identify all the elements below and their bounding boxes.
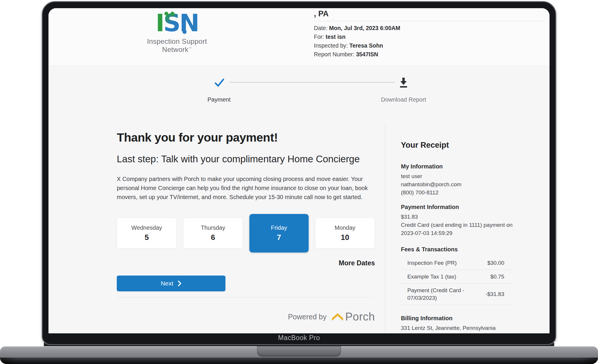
logo-dot-icon	[164, 12, 168, 15]
customer-email: nathantobin@porch.com	[401, 180, 514, 189]
payment-amount: $31.83	[401, 213, 514, 221]
next-button[interactable]: Next	[117, 276, 225, 291]
billing-address: 331 Lentz St, Jeannette, Pennsylvania	[401, 324, 514, 332]
fee-row-payment: Payment (Credit Card - 07/03/2023) -$31.…	[401, 284, 512, 305]
billing-information-heading: Billing Information	[401, 315, 550, 322]
step-label-download-report[interactable]: Download Report	[371, 96, 436, 103]
download-icon[interactable]	[398, 77, 409, 90]
laptop-base	[0, 346, 598, 358]
logo-letter-n: N	[179, 9, 198, 37]
meta-row-inspected-by: Inspected by: Teresa Sohn	[314, 41, 546, 50]
report-meta: , PA Date: Mon, Jul 3rd, 2023 6:00AM For…	[314, 9, 546, 59]
fees-transactions-heading: Fees & Transactions	[401, 246, 550, 253]
isn-tagline: Inspection Support Network™	[133, 37, 221, 54]
laptop-base-front-edge	[0, 358, 598, 364]
payment-method: Credit Card (card ending in 1111) paymen…	[401, 221, 514, 237]
date-card-monday-10[interactable]: Monday 10	[315, 218, 375, 249]
porch-logo: Porch	[331, 311, 375, 322]
property-title: , PA	[314, 9, 546, 21]
more-dates-link[interactable]: More Dates	[117, 259, 375, 267]
customer-name: test user	[401, 172, 514, 180]
macbook-pro-label: MacBook Pro	[43, 334, 555, 342]
powered-by-label: Powered by	[288, 313, 326, 321]
porch-chevron-icon	[331, 312, 344, 322]
meta-row-report-number: Report Number: 3547ISN	[314, 50, 546, 59]
section-divider	[117, 297, 373, 297]
my-information-lines: test user nathantobin@porch.com (800) 70…	[401, 172, 550, 197]
report-meta-rows: Date: Mon, Jul 3rd, 2023 6:00AM For: tes…	[314, 24, 546, 59]
fee-row-inspection-fee: Inspection Fee (PR) $30.00	[401, 256, 512, 270]
check-icon	[214, 78, 225, 89]
my-information-heading: My Information	[401, 163, 550, 170]
progress-connector-line	[230, 82, 395, 83]
laptop-lid-notch	[257, 346, 341, 357]
date-card-friday-7-selected[interactable]: Friday 7	[249, 214, 309, 252]
customer-phone: (800) 700-8112	[401, 189, 514, 197]
intro-paragraph: X Company partners with Porch to make yo…	[117, 175, 374, 202]
isn-logo-wordmark: ISN	[156, 11, 198, 36]
receipt-title: Your Receipt	[401, 141, 550, 150]
date-card-thursday-6[interactable]: Thursday 6	[183, 218, 243, 249]
receipt-panel: Your Receipt My Information test user na…	[385, 125, 550, 333]
meta-row-date: Date: Mon, Jul 3rd, 2023 6:00AM	[314, 24, 546, 32]
browser-viewport: ISN Inspection Support Network™ , PA Dat…	[48, 8, 550, 333]
payment-information-lines: $31.83 Credit Card (card ending in 1111)…	[401, 213, 550, 237]
page-subtitle: Last step: Talk with your complimentary …	[117, 154, 360, 165]
logo-dot-icon	[171, 12, 174, 15]
fees-table: Inspection Fee (PR) $30.00 Example Tax 1…	[401, 256, 512, 305]
logo-letter-i: I	[156, 9, 164, 37]
trademark-symbol: ™	[188, 46, 192, 50]
powered-by-porch: Powered by Porch	[117, 308, 375, 326]
porch-wordmark: Porch	[345, 311, 375, 322]
step-label-payment: Payment	[196, 96, 242, 103]
logo-dot-icon	[182, 30, 187, 34]
isn-logo: ISN Inspection Support Network™	[133, 11, 221, 54]
billing-information-lines: 331 Lentz St, Jeannette, Pennsylvania	[401, 324, 550, 332]
laptop-screen-bezel: ISN Inspection Support Network™ , PA Dat…	[42, 1, 556, 345]
page-title: Thank you for your payment!	[117, 131, 278, 144]
macbook-mockup: ISN Inspection Support Network™ , PA Dat…	[0, 0, 598, 364]
site-header: ISN Inspection Support Network™ , PA Dat…	[48, 8, 550, 66]
fee-row-example-tax: Example Tax 1 (tax) $0.75	[401, 270, 512, 284]
meta-row-for: For: test isn	[314, 32, 546, 41]
chevron-right-icon	[178, 280, 182, 287]
date-card-wednesday-5[interactable]: Wednesday 5	[117, 218, 177, 249]
date-picker: Wednesday 5 Thursday 6 Friday 7 Monday 1…	[117, 214, 375, 252]
payment-information-heading: Payment Information	[401, 204, 550, 210]
